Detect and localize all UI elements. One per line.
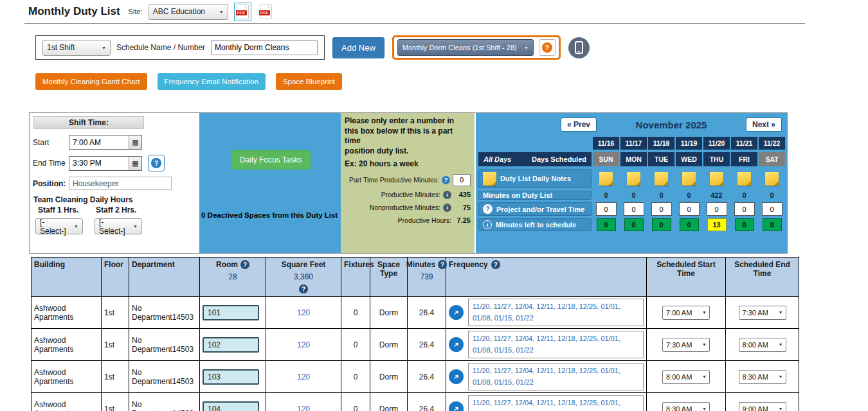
frequency-email-button[interactable]: Frequency Email Notification [158, 73, 266, 90]
mobile-view-button[interactable] [568, 37, 590, 58]
staff2-label: Staff 2 Hrs. [96, 206, 154, 214]
travel-time-input[interactable] [679, 202, 700, 216]
start-time-input[interactable] [69, 136, 129, 149]
frequency-dates[interactable]: 11/20, 11/27, 12/04, 12/11, 12/18, 12/25… [468, 331, 644, 358]
help-icon[interactable] [442, 176, 450, 184]
duty-list-help-button[interactable] [539, 39, 556, 56]
travel-time-input[interactable] [651, 202, 672, 216]
frequency-cell: 11/20, 11/27, 12/04, 12/11, 12/18, 12/25… [446, 297, 647, 329]
gantt-chart-button[interactable]: Monthly Cleaning Gantt Chart [35, 73, 147, 90]
travel-cell [648, 202, 674, 216]
fixtures-cell: 0 [341, 361, 370, 393]
room-input[interactable] [203, 305, 259, 320]
start-time-select[interactable]: 7:00 AM [662, 306, 710, 320]
square-feet-link[interactable]: 120 [297, 308, 310, 317]
info-icon[interactable] [443, 191, 451, 199]
travel-cell [593, 202, 619, 216]
department-cell: No Department14503 [129, 329, 200, 361]
square-feet-link[interactable]: 120 [297, 372, 310, 381]
site-select[interactable]: ABC Education [149, 4, 228, 20]
square-feet-link[interactable]: 120 [297, 405, 310, 411]
col-fixtures: Fixtures [341, 258, 370, 297]
schedule-arrow-button[interactable] [449, 369, 464, 384]
end-time-input[interactable] [69, 157, 129, 170]
end-time-select[interactable]: 7:30 AM [739, 306, 786, 320]
start-time-input-group [69, 135, 142, 150]
staff1-hours-select[interactable]: [-Select-] [35, 218, 83, 234]
space-blueprint-button[interactable]: Space Blueprint [276, 73, 342, 90]
end-time-select[interactable]: 8:00 AM [739, 338, 786, 352]
end-time-select[interactable]: 8:30 AM [739, 370, 786, 384]
table-row: Ashwood Apartments 1st No Department1450… [32, 393, 799, 411]
square-feet-link[interactable]: 120 [297, 340, 310, 349]
end-time-select[interactable]: 9:00 AM [739, 402, 786, 411]
productive-minutes-label: Productive Minutes: [381, 191, 440, 198]
daily-note-button[interactable] [620, 169, 647, 188]
help-icon[interactable] [438, 260, 447, 269]
daily-note-button[interactable] [593, 169, 619, 188]
square-feet-total: 3,360 [294, 272, 313, 281]
calendar-icon[interactable] [129, 157, 141, 170]
schedule-arrow-button[interactable] [449, 337, 464, 352]
nonproductive-minutes-value: 75 [454, 204, 471, 211]
next-week-button[interactable]: Next » [746, 118, 782, 132]
travel-time-input[interactable] [596, 202, 617, 216]
calendar-icon[interactable] [129, 136, 141, 149]
prev-week-button[interactable]: « Prev [561, 118, 597, 132]
frequency-dates[interactable]: 11/20, 11/27, 12/04, 12/11, 12/18, 12/25… [468, 299, 644, 326]
schedule-name-input[interactable] [211, 40, 318, 55]
daily-note-button[interactable] [703, 169, 730, 188]
page-title: Monthly Duty List [28, 5, 120, 18]
help-icon[interactable] [491, 260, 500, 269]
minutes-on-duty-row: Minutes on Duty List 0 0 0 0 422 0 0 [478, 191, 784, 200]
minutes-on-duty-text: Minutes on Duty List [483, 191, 552, 199]
frequency-dates[interactable]: 11/20, 11/27, 12/04, 12/11, 12/18, 12/25… [468, 363, 644, 390]
room-input[interactable] [203, 369, 259, 385]
staff2-hours-select[interactable]: [-Select-] [95, 218, 142, 234]
focus-panel: Daily Focus Tasks 0 Deactived Spaces fro… [199, 113, 341, 253]
info-icon[interactable] [443, 204, 451, 212]
square-feet-cell: 120 [266, 361, 341, 393]
position-input[interactable] [69, 177, 172, 190]
shift-time-help-button[interactable] [148, 155, 165, 171]
daily-focus-tasks-button[interactable]: Daily Focus Tasks [231, 150, 311, 170]
start-time-select[interactable]: 8:30 AM [662, 402, 710, 411]
daily-note-button[interactable] [676, 169, 702, 188]
schedule-arrow-button[interactable] [449, 401, 464, 411]
pdf-export-button[interactable] [234, 3, 251, 21]
frequency-dates[interactable]: 11/20, 11/27, 12/04, 12/11, 12/18, 12/25… [468, 395, 644, 411]
daily-note-button[interactable] [759, 169, 785, 188]
start-time-select[interactable]: 8:00 AM [662, 370, 710, 384]
travel-time-input[interactable] [734, 202, 755, 216]
minutes-header-text: Minutes [406, 260, 435, 269]
schedule-arrow-button[interactable] [449, 305, 464, 320]
travel-time-input[interactable] [624, 202, 644, 216]
shift-select[interactable]: 1st Shift [42, 40, 111, 56]
site-label: Site: [129, 8, 143, 15]
help-icon[interactable] [483, 204, 493, 214]
room-input[interactable] [203, 337, 259, 353]
minutes-left-row: Minutes left to schedule 0 0 0 0 13 0 0 [478, 218, 784, 231]
help-icon[interactable] [299, 284, 308, 293]
pdf-export-alt-button[interactable] [257, 3, 275, 21]
help-icon[interactable] [240, 260, 249, 269]
info-icon[interactable] [483, 220, 492, 229]
start-time-select[interactable]: 7:30 AM [662, 338, 710, 352]
travel-cell [620, 202, 647, 216]
travel-time-input[interactable] [707, 202, 727, 216]
end-time-cell: 8:00 AM [726, 329, 799, 361]
daily-note-button[interactable] [731, 169, 757, 188]
daily-note-button[interactable] [648, 169, 674, 188]
col-square-feet: Square Feet 3,360 [266, 258, 341, 297]
part-time-minutes-input[interactable] [453, 174, 471, 186]
space-type-cell: Dorm [370, 393, 408, 411]
duty-list-select[interactable]: Monthly Dorm Cleans (1st Shift - 28) [397, 39, 534, 56]
sticky-note-icon [765, 172, 779, 186]
table-header-row: Building Floor Department Room 28 Square… [32, 258, 799, 297]
start-time-cell: 7:00 AM [647, 297, 726, 329]
staff1-label: Staff 1 Hrs. [38, 206, 96, 214]
travel-time-input[interactable] [762, 202, 782, 216]
add-new-button[interactable]: Add New [332, 37, 384, 58]
room-input[interactable] [203, 401, 259, 411]
minutes-value-cell: 0 [593, 191, 619, 200]
